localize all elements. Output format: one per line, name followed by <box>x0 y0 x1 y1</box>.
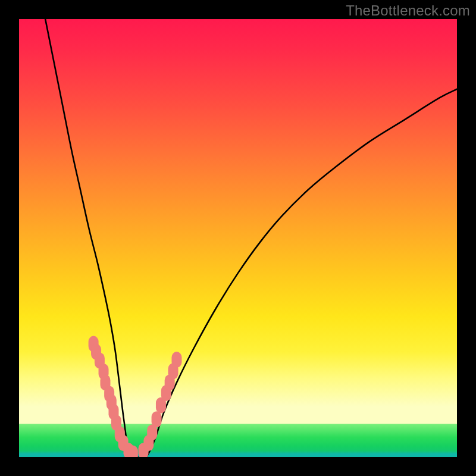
highlight-point <box>171 352 181 368</box>
curve-layer <box>19 19 457 457</box>
highlight-point <box>152 411 162 427</box>
plot-area <box>19 19 457 457</box>
highlight-point <box>128 446 138 457</box>
watermark-text: TheBottleneck.com <box>346 2 470 19</box>
chart-frame: TheBottleneck.com <box>0 0 476 476</box>
